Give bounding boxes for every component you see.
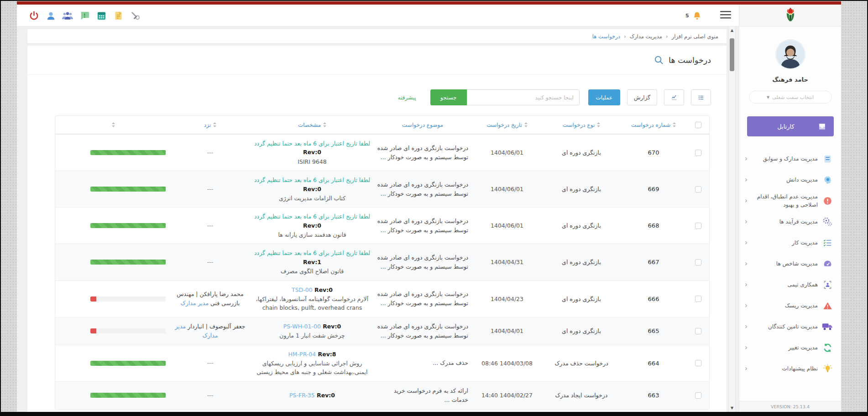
row-checkbox[interactable] xyxy=(695,186,701,192)
request-number: 670 xyxy=(620,145,687,161)
spec-link[interactable]: TSD-00 xyxy=(292,286,313,293)
requests-table: شماره درخواست نوع درخواست تاریخ درخواست … xyxy=(55,115,710,410)
spec-link[interactable]: لطفا تاریخ اعتبار برای 6 ماه بعد حتما تن… xyxy=(254,140,370,147)
request-type: بازنگری دوره ای xyxy=(543,323,620,339)
breadcrumb-item-documents[interactable]: مدیریت مدارک xyxy=(630,33,662,40)
request-custodian: --- xyxy=(170,217,250,235)
row-checkbox[interactable] xyxy=(695,223,701,229)
bell-icon[interactable] xyxy=(691,10,703,21)
column-header-custodian[interactable]: نزد xyxy=(170,122,250,128)
advanced-search-link[interactable]: پیشرفته xyxy=(398,94,416,101)
request-specs: PS-FR-35 Rev:0 xyxy=(250,386,374,404)
empty-value: --- xyxy=(207,186,214,192)
progress-bar xyxy=(90,393,166,398)
request-number: 668 xyxy=(620,218,687,234)
column-header-type[interactable]: نوع درخواست xyxy=(543,122,620,128)
row-checkbox[interactable] xyxy=(695,328,701,334)
user-icon[interactable] xyxy=(45,10,57,21)
sidebar-item[interactable]: مدیریت عدم انطباق، اقدام اصلاحی و بهبود‹ xyxy=(739,190,841,211)
sidebar-item-label: مدیریت شاخص ها xyxy=(776,260,818,268)
app-header: 5 xyxy=(17,5,841,26)
row-checkbox[interactable] xyxy=(695,259,701,265)
search-button[interactable]: جستجو xyxy=(430,89,467,105)
main-scrollbar[interactable]: ▲ ▼ xyxy=(728,26,736,412)
tulip-logo xyxy=(784,6,796,25)
report-button[interactable]: گزارش xyxy=(627,89,657,105)
sidebar-item[interactable]: مدیریت کار‹ xyxy=(739,232,841,253)
custodian-role-link[interactable]: مدیر مدارک xyxy=(181,300,209,307)
column-header-date[interactable]: تاریخ درخواست xyxy=(471,122,543,128)
revision-badge: Rev:0 xyxy=(313,286,333,293)
archive-icon xyxy=(822,154,833,164)
row-checkbox[interactable] xyxy=(695,360,701,366)
power-icon[interactable] xyxy=(28,10,40,21)
row-checkbox-cell xyxy=(687,388,709,403)
nonconformity-icon xyxy=(822,196,833,206)
tools-icon[interactable] xyxy=(129,10,141,21)
spec-link[interactable]: لطفا تاریخ اعتبار برای 6 ماه بعد حتما تن… xyxy=(254,177,370,183)
request-progress xyxy=(56,356,170,370)
request-custodian: محمد رضا پارافکن | مهندس بازرسی فنی مدیر… xyxy=(170,285,250,312)
request-specs: TSD-00 Rev:0آلارم درخواست گواهینامه آسان… xyxy=(250,281,374,317)
request-number: 664 xyxy=(620,355,687,371)
row-checkbox[interactable] xyxy=(695,150,701,156)
document-title: آلارم درخواست گواهینامه آسانسورها، لیفتر… xyxy=(253,295,371,312)
row-checkbox[interactable] xyxy=(695,392,701,399)
request-custodian: --- xyxy=(170,253,250,271)
request-custodian: --- xyxy=(170,354,250,372)
sort-icon xyxy=(524,122,528,127)
job-position-select[interactable]: انتخاب سمت شغلی ▼ xyxy=(749,91,832,104)
version-label: VERSION: 25.13.4 xyxy=(739,401,841,412)
chart-view-button[interactable] xyxy=(664,89,684,105)
sidebar-item[interactable]: مدیریت تغییر‹ xyxy=(739,337,841,358)
spec-link[interactable]: PS-WH-01-00 xyxy=(283,323,321,330)
column-header-number[interactable]: شماره درخواست xyxy=(620,122,687,128)
list-view-button[interactable] xyxy=(691,89,711,105)
request-type: بازنگری دوره ای xyxy=(543,145,620,161)
sidebar-item[interactable]: مدیریت تامین کنندگان‹ xyxy=(739,316,841,337)
row-checkbox-cell xyxy=(687,218,709,234)
sidebar-item[interactable]: نظام پیشنهادات‹ xyxy=(739,358,841,379)
spec-link[interactable]: لطفا تاریخ اعتبار برای 6 ماه بعد حتما تن… xyxy=(254,213,370,220)
content-card: درخواست ها گزارش عملیات xyxy=(27,46,727,412)
chat-icon[interactable] xyxy=(78,10,90,21)
sidebar-item[interactable]: مدیریت مدارک و سوابق‹ xyxy=(739,148,841,169)
column-header-progress[interactable] xyxy=(56,122,170,127)
spec-link[interactable]: HM-PR-04 xyxy=(288,351,316,358)
note-icon[interactable] xyxy=(112,10,124,21)
sidebar-item[interactable]: همکاری تیمی‹ xyxy=(739,274,841,295)
chevron-left-icon: ‹ xyxy=(745,343,748,352)
users-icon[interactable] xyxy=(62,10,73,21)
calendar-icon[interactable] xyxy=(95,10,107,21)
select-all-checkbox[interactable] xyxy=(695,122,701,128)
sidebar-item[interactable]: مدیریت ریسک‹ xyxy=(739,295,841,316)
request-subject: حذف مدرک ... xyxy=(374,354,471,372)
scroll-up-arrow[interactable]: ▲ xyxy=(729,28,735,32)
column-header-subject: موضوع درخواست xyxy=(374,122,471,128)
operations-button[interactable]: عملیات xyxy=(588,89,620,105)
breadcrumb-item-root[interactable]: منوی اصلی نرم افزار xyxy=(672,33,718,40)
cartable-button[interactable]: کارتابل xyxy=(747,116,834,136)
spec-link[interactable]: PS-FR-35 xyxy=(289,392,315,399)
breadcrumb-item-requests[interactable]: درخواست ها xyxy=(592,33,620,40)
progress-bar xyxy=(90,260,166,265)
sidebar-item[interactable]: مدیریت شاخص ها‹ xyxy=(739,253,841,274)
request-number: 669 xyxy=(620,181,687,197)
menu-toggle-button[interactable] xyxy=(719,10,732,21)
revision-badge: Rev:0 xyxy=(303,186,321,192)
row-checkbox[interactable] xyxy=(695,296,701,302)
search-input[interactable] xyxy=(467,89,580,105)
avatar[interactable] xyxy=(775,39,805,69)
sidebar-item[interactable]: مدیریت دانش‹ xyxy=(739,169,841,190)
spec-link[interactable]: لطفا تاریخ اعتبار برای 6 ماه بعد حتما تن… xyxy=(254,250,370,256)
request-progress xyxy=(56,182,170,196)
column-header-specs[interactable]: مشخصات xyxy=(250,122,374,128)
scrollbar-thumb[interactable] xyxy=(730,38,734,71)
request-specs: لطفا تاریخ اعتبار برای 6 ماه بعد حتما تن… xyxy=(250,135,374,171)
sidebar-item-label: همکاری تیمی xyxy=(788,281,818,289)
scroll-down-arrow[interactable]: ▼ xyxy=(729,406,735,410)
request-specs: لطفا تاریخ اعتبار برای 6 ماه بعد حتما تن… xyxy=(250,244,374,280)
notifications[interactable]: 5 xyxy=(685,5,703,26)
sidebar-item[interactable]: مدیریت فرآیند ها‹ xyxy=(739,211,841,232)
chevron-left-icon: ‹ xyxy=(745,197,748,205)
